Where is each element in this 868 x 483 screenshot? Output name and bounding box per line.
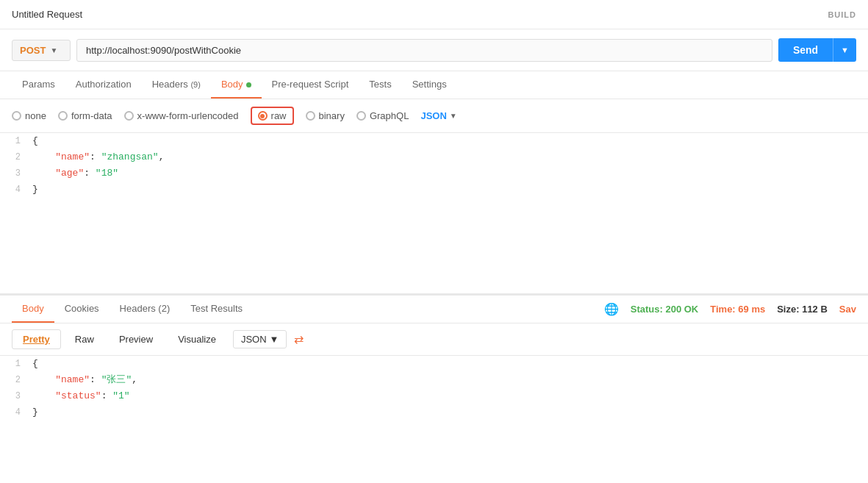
format-raw-button[interactable]: Raw	[64, 329, 105, 349]
req-line-2: 2 "name": "zhangsan",	[0, 149, 868, 165]
tab-authorization[interactable]: Authorization	[65, 71, 142, 99]
tab-pre-request[interactable]: Pre-request Script	[262, 71, 359, 99]
tab-params[interactable]: Params	[12, 71, 65, 99]
response-tab-cookies[interactable]: Cookies	[54, 296, 110, 323]
request-tabs: Params Authorization Headers (9) Body Pr…	[0, 71, 868, 99]
method-dropdown[interactable]: POST ▼	[12, 40, 71, 61]
req-line-4: 4 }	[0, 182, 868, 198]
req-line-3: 3 "age": "18"	[0, 165, 868, 182]
res-line-1: 1 {	[0, 356, 868, 372]
time-label: Time: 69 ms	[710, 304, 765, 315]
radio-urlencoded[interactable]: x-www-form-urlencoded	[124, 110, 239, 121]
send-dropdown-button[interactable]: ▼	[833, 38, 856, 62]
tab-body[interactable]: Body	[211, 71, 262, 99]
response-meta: 🌐 Status: 200 OK Time: 69 ms Size: 112 B…	[604, 302, 856, 316]
response-section: Body Cookies Headers (2) Test Results 🌐 …	[0, 295, 868, 444]
radio-raw[interactable]: raw	[258, 110, 287, 121]
response-tabs-bar: Body Cookies Headers (2) Test Results 🌐 …	[0, 296, 868, 323]
format-preview-button[interactable]: Preview	[108, 329, 164, 349]
radio-raw-wrapper: raw	[251, 107, 294, 125]
json-dropdown-chevron-icon: ▼	[270, 334, 279, 345]
editor-empty-space	[0, 198, 868, 293]
response-format-bar: Pretty Raw Preview Visualize JSON ▼ ⇄	[0, 323, 868, 356]
json-dropdown-arrow-icon: ▼	[450, 112, 457, 120]
response-tab-test-results[interactable]: Test Results	[180, 296, 253, 323]
json-type-dropdown[interactable]: JSON ▼	[420, 110, 456, 121]
globe-icon: 🌐	[604, 302, 619, 316]
page-title: Untitled Request	[12, 9, 82, 20]
method-label: POST	[20, 45, 46, 56]
radio-none[interactable]: none	[12, 110, 46, 121]
radio-graphql[interactable]: GraphQL	[356, 110, 409, 121]
radio-form-data[interactable]: form-data	[58, 110, 112, 121]
res-line-3: 3 "status": "1"	[0, 388, 868, 404]
wrap-icon[interactable]: ⇄	[294, 332, 304, 346]
request-body-editor[interactable]: 1 { 2 "name": "zhangsan", 3 "age": "18" …	[0, 133, 868, 295]
response-json-dropdown[interactable]: JSON ▼	[233, 330, 287, 348]
url-input[interactable]	[76, 39, 772, 62]
response-tab-body[interactable]: Body	[12, 296, 54, 323]
body-active-dot	[246, 82, 251, 87]
radio-none-circle	[12, 111, 21, 121]
method-chevron-icon: ▼	[50, 46, 57, 54]
response-body-editor: 1 { 2 "name": "张三", 3 "status": "1" 4 }	[0, 356, 868, 444]
send-button-group: Send ▼	[778, 38, 856, 62]
tab-headers[interactable]: Headers (9)	[142, 71, 211, 99]
status-label: Status: 200 OK	[631, 304, 699, 315]
body-options-bar: none form-data x-www-form-urlencoded raw…	[0, 99, 868, 133]
radio-graphql-circle	[356, 111, 366, 121]
radio-urlencoded-circle	[124, 111, 134, 121]
radio-binary-circle	[306, 111, 315, 121]
format-pretty-button[interactable]: Pretty	[12, 329, 61, 349]
radio-raw-circle	[258, 111, 268, 121]
build-label: BUILD	[828, 10, 856, 19]
res-line-4: 4 }	[0, 404, 868, 421]
size-label: Size: 112 B	[777, 304, 828, 315]
radio-form-data-circle	[58, 111, 68, 121]
radio-binary[interactable]: binary	[306, 110, 345, 121]
send-button[interactable]: Send	[778, 38, 833, 62]
tab-tests[interactable]: Tests	[359, 71, 401, 99]
req-line-1: 1 {	[0, 133, 868, 149]
response-tabs: Body Cookies Headers (2) Test Results	[12, 296, 253, 323]
format-visualize-button[interactable]: Visualize	[167, 329, 227, 349]
response-tab-headers[interactable]: Headers (2)	[110, 296, 181, 323]
res-line-2: 2 "name": "张三",	[0, 372, 868, 388]
tab-settings[interactable]: Settings	[402, 71, 457, 99]
save-button[interactable]: Sav	[839, 304, 856, 315]
